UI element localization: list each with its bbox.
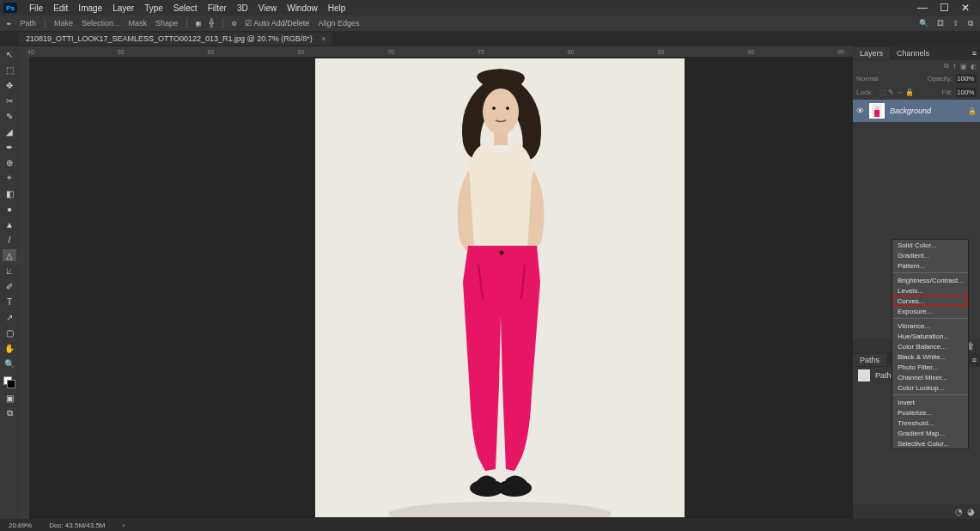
gradient-tool[interactable]: ● — [3, 203, 16, 215]
direct-select-tool[interactable]: ⟀ — [3, 265, 16, 277]
screenmode-button[interactable]: ⧉ — [3, 407, 16, 419]
tab-layers[interactable]: Layers — [853, 47, 890, 59]
eyedropper-tool[interactable]: ✎ — [3, 110, 16, 122]
menu-help[interactable]: Help — [323, 3, 351, 13]
search-icon[interactable]: 🔍 — [919, 19, 928, 27]
filter-icon4[interactable]: ◐ — [971, 63, 977, 70]
stroke-path-icon[interactable]: ◕ — [967, 507, 975, 516]
tab-paths[interactable]: Paths — [853, 354, 886, 366]
auto-add-checkbox[interactable]: ☑ Auto Add/Delete — [245, 19, 309, 27]
menu-3d[interactable]: 3D — [232, 3, 253, 13]
menu-levels[interactable]: Levels... — [892, 285, 968, 296]
path-select-tool[interactable]: ↗ — [3, 311, 16, 323]
document-tab[interactable]: 210819_OTTI_LOOK17_SEAMLESS_OTTO00122_01… — [19, 33, 332, 45]
dodge-tool[interactable]: / — [3, 234, 16, 246]
window-minimize-button[interactable]: — — [917, 2, 928, 14]
menu-file[interactable]: File — [24, 3, 48, 13]
paths-panel-menu-icon[interactable]: ≡ — [969, 356, 980, 364]
align-icon[interactable]: ╬ — [209, 19, 213, 27]
patch-tool[interactable]: ◢ — [3, 125, 16, 137]
layer-thumbnail[interactable] — [869, 103, 885, 119]
menu-exposure[interactable]: Exposure... — [892, 306, 968, 316]
window-close-button[interactable]: ✕ — [961, 2, 970, 14]
shape-button[interactable]: Shape — [155, 19, 178, 27]
doc-size[interactable]: Doc: 43.5M/43.5M — [49, 522, 105, 529]
menu-black-white[interactable]: Black & White... — [892, 351, 968, 362]
menu-photo-filter[interactable]: Photo Filter... — [892, 362, 968, 372]
marquee-tool[interactable]: ⬚ — [3, 64, 16, 76]
make-button[interactable]: Make — [54, 19, 73, 27]
menu-curves[interactable]: Curves... — [892, 296, 968, 306]
rectangle-tool[interactable]: ▢ — [3, 327, 16, 339]
menu-select[interactable]: Select — [168, 3, 203, 13]
history-brush-tool[interactable]: ⌖ — [3, 172, 16, 184]
panel-menu-icon[interactable]: ≡ — [969, 49, 980, 58]
workspace-icon[interactable]: ⚃ — [937, 19, 944, 27]
menu-color-lookup[interactable]: Color Lookup... — [892, 382, 968, 393]
hand-tool[interactable]: ✋ — [3, 342, 16, 354]
type-tool[interactable]: T — [3, 296, 16, 308]
menu-pattern[interactable]: Pattern... — [892, 260, 968, 271]
fill-path-icon[interactable]: ◔ — [955, 507, 963, 516]
blend-mode-dropdown[interactable]: Normal — [856, 75, 924, 82]
frame-icon[interactable]: ⧉ — [968, 19, 973, 28]
background-swatch[interactable] — [7, 380, 15, 388]
mask-button[interactable]: Mask — [128, 19, 147, 27]
pencil-tool[interactable]: ✐ — [3, 280, 16, 292]
menu-gradient[interactable]: Gradient... — [892, 250, 968, 260]
layer-row-background[interactable]: 👁 Background 🔒 — [853, 100, 980, 122]
menu-invert[interactable]: Invert — [892, 397, 968, 407]
menu-edit[interactable]: Edit — [48, 3, 73, 13]
menu-solid-color[interactable]: Solid Color... — [892, 240, 968, 250]
menu-vibrance[interactable]: Vibrance... — [892, 320, 968, 331]
canvas-area[interactable]: 405060 657075 808590 95 — [19, 46, 853, 519]
menu-channel-mixer[interactable]: Channel Mixer... — [892, 372, 968, 382]
selection-button[interactable]: Selection... — [82, 19, 120, 27]
clone-tool[interactable]: ⊕ — [3, 156, 16, 168]
zoom-level[interactable]: 20.69% — [9, 522, 32, 529]
close-tab-button[interactable]: × — [321, 34, 326, 43]
mode-dropdown[interactable]: Path — [20, 19, 36, 27]
gear-icon[interactable]: ⚙ — [232, 19, 236, 27]
fill-input[interactable] — [956, 88, 977, 97]
lasso-tool[interactable]: ✥ — [3, 79, 16, 91]
brush-tool[interactable]: ✒ — [3, 141, 16, 153]
crop-tool[interactable]: ✂ — [3, 95, 16, 107]
menu-layer[interactable]: Layer — [107, 3, 139, 13]
eraser-tool[interactable]: ◧ — [3, 187, 16, 199]
blur-tool[interactable]: ▲ — [3, 218, 16, 230]
menu-posterize[interactable]: Posterize... — [892, 407, 968, 418]
svg-point-6 — [500, 251, 504, 255]
filter-icon[interactable]: ⧉ — [944, 62, 949, 70]
combine-icon[interactable]: ▣ — [196, 19, 200, 27]
menu-hue-saturation[interactable]: Hue/Saturation... — [892, 331, 968, 341]
share-icon[interactable]: ⇪ — [953, 19, 959, 27]
menu-image[interactable]: Image — [73, 3, 107, 13]
visibility-toggle-icon[interactable]: 👁 — [856, 107, 864, 115]
document-canvas[interactable] — [315, 58, 685, 517]
zoom-tool[interactable]: 🔍 — [3, 357, 16, 369]
path-thumbnail[interactable] — [858, 369, 870, 381]
menu-selective-color[interactable]: Selective Color... — [892, 438, 968, 449]
window-maximize-button[interactable]: ☐ — [940, 2, 949, 14]
filter-icon3[interactable]: ▣ — [960, 63, 967, 70]
tab-channels[interactable]: Channels — [890, 47, 936, 59]
status-arrow-icon[interactable]: › — [123, 522, 125, 529]
menu-filter[interactable]: Filter — [203, 3, 232, 13]
color-swatches[interactable] — [3, 376, 15, 388]
menu-view[interactable]: View — [253, 3, 283, 13]
menu-brightness-contrast[interactable]: Brightness/Contrast... — [892, 275, 968, 285]
align-edges-checkbox[interactable]: Align Edges — [318, 19, 359, 27]
menu-type[interactable]: Type — [139, 3, 168, 13]
lock-icons[interactable]: ⬚ ✎ ↔ 🔒 — [876, 87, 917, 98]
menu-color-balance[interactable]: Color Balance... — [892, 341, 968, 351]
move-tool[interactable]: ↖ — [3, 48, 16, 60]
menu-gradient-map[interactable]: Gradient Map... — [892, 428, 968, 438]
opacity-input[interactable] — [956, 74, 977, 83]
quickmask-button[interactable]: ▣ — [3, 392, 16, 404]
filter-icon2[interactable]: T — [953, 63, 957, 70]
pen-tool[interactable]: △ — [3, 249, 16, 261]
menu-threshold[interactable]: Threshold... — [892, 418, 968, 428]
menu-window[interactable]: Window — [282, 3, 323, 13]
layers-panel-tabs: Layers Channels ≡ — [853, 46, 980, 60]
